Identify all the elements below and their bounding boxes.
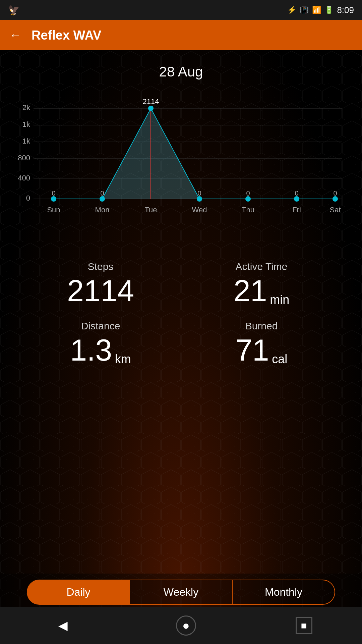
svg-point-22 <box>294 196 299 202</box>
svg-text:Sun: Sun <box>47 206 60 214</box>
distance-value: 1.3 km <box>20 335 181 366</box>
status-icons: ⚡ 📳 📶 🔋 8:09 <box>287 5 354 15</box>
burned-value: 71 cal <box>181 335 342 366</box>
steps-label: Steps <box>20 261 181 272</box>
svg-text:Sat: Sat <box>329 206 341 214</box>
svg-text:Tue: Tue <box>144 206 157 214</box>
svg-text:1k: 1k <box>22 120 31 128</box>
svg-point-17 <box>51 196 56 202</box>
svg-point-20 <box>197 196 202 202</box>
status-time: 8:09 <box>337 5 354 15</box>
distance-number: 1.3 <box>70 333 112 367</box>
bluetooth-icon: ⚡ <box>287 6 296 14</box>
chart-container: 2k 1k 1k 800 400 0 <box>0 87 362 227</box>
daily-tab[interactable]: Daily <box>27 580 130 605</box>
svg-text:Thu: Thu <box>242 206 254 214</box>
svg-text:2114: 2114 <box>143 97 159 106</box>
vibrate-icon: 📳 <box>300 6 309 14</box>
distance-label: Distance <box>20 320 181 332</box>
main-content: 28 Aug 2k 1k 1k 800 400 0 <box>0 50 362 610</box>
burned-number: 71 <box>236 333 269 367</box>
distance-stat: Distance 1.3 km <box>20 320 181 366</box>
burned-unit: cal <box>272 352 287 366</box>
burned-label: Burned <box>181 320 342 332</box>
svg-text:1k: 1k <box>22 137 31 145</box>
active-time-number: 21 <box>234 274 267 308</box>
nav-recent-button[interactable]: ■ <box>296 617 312 634</box>
burned-stat: Burned 71 cal <box>181 320 342 366</box>
active-time-stat: Active Time 21 min <box>181 261 342 307</box>
steps-value: 2114 <box>20 276 181 306</box>
header: ← Reflex WAV <box>0 20 362 50</box>
svg-text:400: 400 <box>18 174 30 182</box>
svg-text:0: 0 <box>333 190 337 197</box>
svg-text:2k: 2k <box>22 103 31 112</box>
svg-point-23 <box>333 196 338 202</box>
date-label: 28 Aug <box>0 50 362 87</box>
active-time-unit: min <box>270 293 289 307</box>
navigation-bar: ◀ ● ■ <box>0 607 362 644</box>
active-time-value: 21 min <box>181 276 342 307</box>
app-logo-icon: 🦅 <box>8 5 20 16</box>
stats-grid: Steps 2114 Active Time 21 min Distance 1… <box>0 241 362 376</box>
back-button[interactable]: ← <box>9 28 21 42</box>
period-tabs: Daily Weekly Monthly <box>0 574 362 610</box>
svg-text:0: 0 <box>52 190 55 197</box>
svg-text:Wed: Wed <box>192 206 207 214</box>
svg-point-18 <box>100 196 105 202</box>
svg-point-21 <box>245 196 251 202</box>
steps-stat: Steps 2114 <box>20 261 181 307</box>
page-title: Reflex WAV <box>32 28 101 43</box>
svg-text:0: 0 <box>295 190 298 197</box>
svg-point-19 <box>148 106 154 111</box>
distance-unit: km <box>115 352 131 366</box>
svg-text:0: 0 <box>246 190 250 197</box>
signal-icon: 📶 <box>312 6 321 14</box>
monthly-tab[interactable]: Monthly <box>233 580 335 605</box>
svg-text:Fri: Fri <box>292 206 301 214</box>
nav-home-button[interactable]: ● <box>176 615 196 636</box>
svg-text:0: 0 <box>197 190 201 197</box>
svg-text:0: 0 <box>26 194 30 202</box>
status-bar: 🦅 ⚡ 📳 📶 🔋 8:09 <box>0 0 362 20</box>
svg-text:800: 800 <box>18 154 30 162</box>
steps-number: 2114 <box>67 274 134 308</box>
weekly-tab[interactable]: Weekly <box>130 580 233 605</box>
svg-text:0: 0 <box>100 190 104 197</box>
svg-text:Mon: Mon <box>95 206 110 214</box>
active-time-label: Active Time <box>181 261 342 272</box>
nav-back-button[interactable]: ◀ <box>50 612 76 639</box>
steps-chart: 2k 1k 1k 800 400 0 <box>13 87 349 227</box>
battery-icon: 🔋 <box>324 6 334 14</box>
